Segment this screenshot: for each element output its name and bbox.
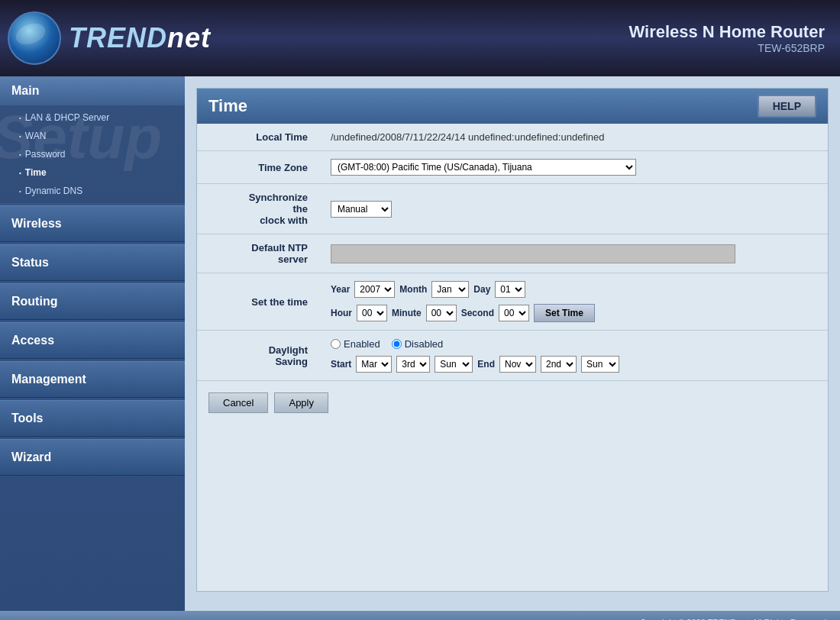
month-label: Month — [399, 284, 427, 295]
cancel-button[interactable]: Cancel — [208, 392, 268, 413]
timezone-label: Time Zone — [197, 151, 319, 184]
sidebar-item-lan-dhcp[interactable]: • LAN & DHCP Server — [0, 108, 185, 127]
set-time-label: Set the time — [197, 273, 319, 331]
sidebar-item-time[interactable]: • Time — [0, 163, 185, 182]
set-time-button[interactable]: Set Time — [534, 304, 595, 322]
day-label: Day — [473, 284, 490, 295]
sync-cell: Manual NTP Server — [319, 184, 828, 234]
disabled-label: Disabled — [405, 338, 444, 350]
bullet-icon: • — [19, 133, 21, 140]
help-button[interactable]: HELP — [758, 95, 816, 118]
sidebar-item-main[interactable]: Main — [0, 76, 185, 105]
product-info: Wireless N Home Router TEW-652BRP — [628, 22, 825, 54]
timezone-row: Time Zone (GMT-08:00) Pacific Time (US/C… — [197, 151, 828, 184]
sync-row: Synchronizetheclock with Manual NTP Serv… — [197, 184, 828, 234]
enabled-label: Enabled — [344, 338, 380, 350]
end-day-select[interactable]: Sun Mon — [581, 356, 619, 373]
date-row: Year 2007 2008 2009 Month Jan Feb Mar — [331, 281, 816, 298]
sidebar-item-label: Time — [25, 167, 47, 178]
brand-suffix: net — [167, 22, 211, 53]
daylight-cell: Enabled Disabled Start Mar Apr — [319, 331, 828, 381]
start-month-select[interactable]: Mar Apr — [356, 356, 392, 373]
action-row: Cancel Apply — [197, 381, 828, 425]
sidebar-item-wan[interactable]: • WAN — [0, 127, 185, 145]
second-select[interactable]: 00 01 02 — [499, 305, 529, 321]
sidebar-item-status[interactable]: Status — [0, 244, 185, 281]
sidebar-item-access[interactable]: Access — [0, 322, 185, 359]
end-label: End — [477, 359, 495, 370]
sidebar: Setup Main • LAN & DHCP Server • WAN • P… — [0, 76, 185, 611]
year-select[interactable]: 2007 2008 2009 — [354, 281, 395, 298]
day-select[interactable]: 01 02 03 — [495, 281, 525, 298]
set-time-cell: Year 2007 2008 2009 Month Jan Feb Mar — [319, 273, 828, 331]
minute-label: Minute — [392, 308, 422, 318]
sidebar-item-wizard[interactable]: Wizard — [0, 439, 185, 476]
ntp-cell — [319, 234, 828, 273]
month-select[interactable]: Jan Feb Mar Apr May Jun Jul Aug Sep Oct — [431, 281, 469, 298]
header: TRENDnet Wireless N Home Router TEW-652B… — [0, 0, 840, 76]
logo-area: TRENDnet — [8, 11, 211, 65]
daylight-row: DaylightSaving Enabled Disabled — [197, 331, 828, 381]
local-time-label: Local Time — [197, 124, 319, 151]
apply-button[interactable]: Apply — [274, 392, 328, 413]
daylight-radio-group: Enabled Disabled — [331, 338, 816, 350]
start-week-select[interactable]: 1st 3rd 4th — [396, 356, 430, 373]
second-label: Second — [461, 308, 494, 318]
local-time-display: /undefined/2008/7/11/22/24/14 undefined:… — [331, 131, 605, 143]
sidebar-item-label: WAN — [25, 131, 47, 141]
ntp-row: Default NTPserver — [197, 234, 828, 273]
disabled-radio[interactable] — [392, 339, 402, 349]
sidebar-item-dynamic-dns[interactable]: • Dynamic DNS — [0, 182, 185, 200]
ntp-label: Default NTPserver — [197, 234, 319, 273]
start-label: Start — [331, 359, 351, 370]
enabled-radio[interactable] — [331, 339, 341, 349]
content-panel: Time HELP Local Time /undefined/2008/7/1… — [196, 88, 829, 592]
hour-select[interactable]: 00 01 02 — [357, 305, 387, 321]
end-month-select[interactable]: Nov Oct — [499, 356, 536, 373]
bullet-icon: • — [19, 188, 21, 195]
local-time-value: /undefined/2008/7/11/22/24/14 undefined:… — [319, 124, 828, 151]
timezone-cell: (GMT-08:00) Pacific Time (US/Canada), Ti… — [319, 151, 828, 184]
set-time-row: Set the time Year 2007 2008 2009 Month — [197, 273, 828, 331]
bullet-icon: • — [19, 151, 21, 158]
end-week-select[interactable]: 1st 2nd 3rd — [541, 356, 577, 373]
time-row: Hour 00 01 02 Minute 00 01 02 — [331, 304, 816, 322]
sidebar-item-label: Dynamic DNS — [25, 186, 82, 196]
brand-prefix: TREND — [69, 22, 167, 53]
sidebar-item-management[interactable]: Management — [0, 361, 185, 398]
sync-select[interactable]: Manual NTP Server — [331, 201, 392, 218]
disabled-radio-label[interactable]: Disabled — [392, 338, 444, 350]
bullet-icon: • — [19, 115, 21, 121]
page-title-bar: Time HELP — [197, 89, 828, 124]
content-area: Time HELP Local Time /undefined/2008/7/1… — [185, 76, 840, 611]
product-title: Wireless N Home Router — [628, 22, 825, 42]
product-model: TEW-652BRP — [628, 42, 825, 54]
form-table: Local Time /undefined/2008/7/11/22/24/14… — [197, 124, 828, 381]
daylight-start-end: Start Mar Apr 1st 3rd 4th Sun — [331, 356, 816, 373]
year-label: Year — [331, 284, 350, 295]
minute-select[interactable]: 00 01 02 — [426, 305, 457, 321]
sidebar-item-tools[interactable]: Tools — [0, 400, 185, 437]
main-layout: Setup Main • LAN & DHCP Server • WAN • P… — [0, 76, 840, 611]
sidebar-item-label: LAN & DHCP Server — [25, 112, 109, 123]
footer: Copyright © 2008 TRENDnet. All Rights Re… — [0, 611, 840, 620]
hour-label: Hour — [331, 308, 352, 318]
enabled-radio-label[interactable]: Enabled — [331, 338, 380, 350]
sidebar-main-submenu: • LAN & DHCP Server • WAN • Password • T… — [0, 105, 185, 203]
sync-label: Synchronizetheclock with — [197, 184, 319, 234]
daylight-label: DaylightSaving — [197, 331, 319, 381]
brand-name: TRENDnet — [69, 22, 211, 54]
sidebar-item-routing[interactable]: Routing — [0, 283, 185, 320]
logo-icon — [8, 11, 61, 65]
bullet-icon: • — [19, 170, 21, 176]
sidebar-item-password[interactable]: • Password — [0, 145, 185, 163]
timezone-select[interactable]: (GMT-08:00) Pacific Time (US/Canada), Ti… — [331, 159, 636, 176]
page-title: Time — [208, 96, 247, 116]
sidebar-item-label: Password — [25, 149, 66, 160]
ntp-input[interactable] — [331, 244, 735, 263]
start-day-select[interactable]: Sun Mon — [435, 356, 473, 373]
sidebar-item-wireless[interactable]: Wireless — [0, 205, 185, 242]
local-time-row: Local Time /undefined/2008/7/11/22/24/14… — [197, 124, 828, 151]
